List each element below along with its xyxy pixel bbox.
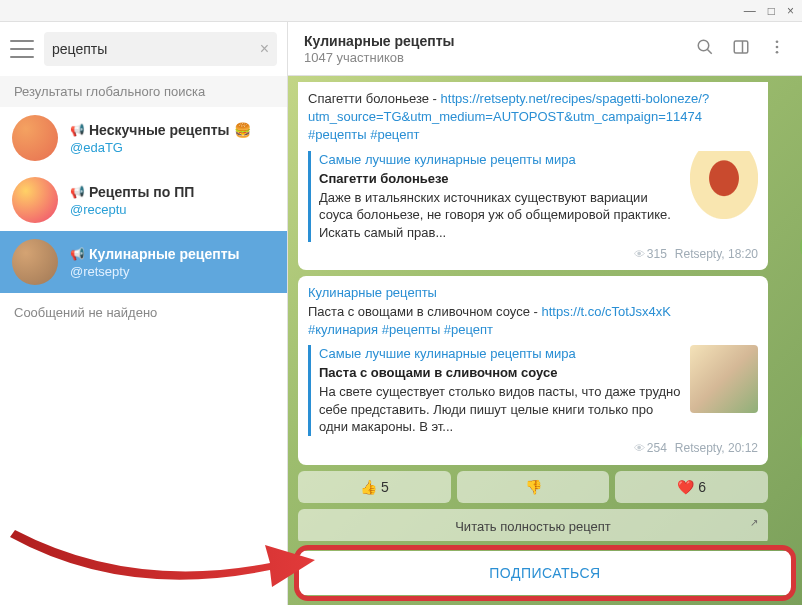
svg-rect-2 [734, 41, 748, 53]
result-item-receptu[interactable]: 📢Рецепты по ПП @receptu [0, 169, 287, 231]
result-title: Нескучные рецепты [89, 122, 230, 138]
message-author: Retsepty, 18:20 [675, 246, 758, 263]
view-count: 254 [634, 440, 667, 457]
message[interactable]: Спагетти болоньезе - https://retsepty.ne… [298, 82, 768, 270]
window-close[interactable]: × [787, 4, 794, 18]
reactions-row: 👍 5 👎 ❤️ 6 [298, 471, 768, 503]
global-results-label: Результаты глобального поиска [0, 76, 287, 107]
svg-point-0 [698, 40, 709, 51]
result-item-retsepty[interactable]: 📢Кулинарные рецепты @retsepty [0, 231, 287, 293]
chat-title[interactable]: Кулинарные рецепты [304, 33, 696, 49]
window-titlebar: — □ × [0, 0, 802, 22]
window-maximize[interactable]: □ [768, 4, 775, 18]
menu-button[interactable] [10, 40, 34, 58]
window-minimize[interactable]: — [744, 4, 756, 18]
result-handle: @receptu [70, 202, 275, 217]
read-full-recipe-button[interactable]: Читать полностью рецепт ↗ [298, 509, 768, 541]
sidebar: × Результаты глобального поиска 📢Нескучн… [0, 22, 288, 605]
avatar [12, 115, 58, 161]
link-preview[interactable]: Самые лучшие кулинарные рецепты мира Спа… [308, 151, 758, 242]
view-count: 315 [634, 246, 667, 263]
message-author: Retsepty, 20:12 [675, 440, 758, 457]
preview-site: Самые лучшие кулинарные рецепты мира [319, 151, 682, 169]
message-text: Паста с овощами в сливочном соусе - [308, 304, 541, 319]
channel-icon: 📢 [70, 185, 85, 199]
reaction-like[interactable]: 👍 5 [298, 471, 451, 503]
chat-header: Кулинарные рецепты 1047 участников [288, 22, 802, 76]
svg-point-6 [776, 51, 779, 54]
open-external-icon: ↗ [750, 517, 758, 528]
more-icon[interactable] [768, 38, 786, 59]
message-channel[interactable]: Кулинарные рецепты [308, 284, 758, 302]
result-title: Рецепты по ПП [89, 184, 194, 200]
search-input[interactable] [52, 41, 260, 57]
hashtags[interactable]: #рецепты #рецепт [308, 127, 419, 142]
svg-line-1 [707, 49, 712, 54]
chat-subtitle: 1047 участников [304, 50, 696, 65]
channel-icon: 📢 [70, 123, 85, 137]
result-handle: @edaTG [70, 140, 275, 155]
preview-thumbnail [690, 151, 758, 219]
sidebar-toggle-icon[interactable] [732, 38, 750, 59]
result-handle: @retsepty [70, 264, 275, 279]
avatar [12, 177, 58, 223]
svg-point-4 [776, 40, 779, 43]
preview-site: Самые лучшие кулинарные рецепты мира [319, 345, 682, 363]
hashtags[interactable]: #кулинария #рецепты #рецепт [308, 322, 493, 337]
reaction-heart[interactable]: ❤️ 6 [615, 471, 768, 503]
search-box[interactable]: × [44, 32, 277, 66]
message-link[interactable]: https://t.co/cTotJsx4xK [541, 304, 670, 319]
message[interactable]: Кулинарные рецепты Паста с овощами в сли… [298, 276, 768, 464]
message-text: Спагетти болоньезе - [308, 91, 441, 106]
preview-desc: Даже в итальянских источниках существуют… [319, 189, 682, 242]
preview-title: Спагетти болоньезе [319, 170, 682, 188]
chat-area: Кулинарные рецепты 1047 участников Спаге… [288, 22, 802, 605]
reaction-dislike[interactable]: 👎 [457, 471, 610, 503]
preview-thumbnail [690, 345, 758, 413]
link-preview[interactable]: Самые лучшие кулинарные рецепты мира Пас… [308, 345, 758, 436]
svg-point-5 [776, 46, 779, 49]
clear-search-icon[interactable]: × [260, 40, 269, 58]
preview-desc: На свете существует столько видов пасты,… [319, 383, 682, 436]
avatar [12, 239, 58, 285]
search-icon[interactable] [696, 38, 714, 59]
no-messages-label: Сообщений не найдено [0, 293, 287, 332]
subscribe-button[interactable]: ПОДПИСАТЬСЯ [298, 551, 792, 595]
result-title: Кулинарные рецепты [89, 246, 240, 262]
preview-title: Паста с овощами в сливочном соусе [319, 364, 682, 382]
result-item-edatg[interactable]: 📢Нескучные рецепты 🍔 @edaTG [0, 107, 287, 169]
channel-icon: 📢 [70, 247, 85, 261]
